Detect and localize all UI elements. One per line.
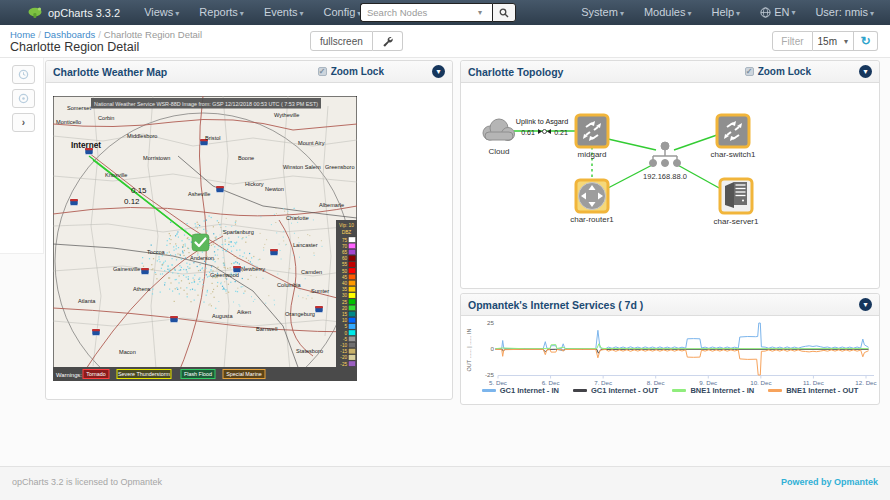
dashboard-actions: fullscreen — [310, 31, 403, 51]
x-tick-label: 10. Dec — [750, 379, 771, 386]
map-caption: National Weather Service WSR-88D Image f… — [94, 101, 318, 107]
warnings-label: Warnings: — [56, 372, 82, 378]
link-value-label: 0.15 — [131, 186, 147, 195]
services-chart[interactable]: OUT ...... | ...... IN 250-25 5. Dec6. D… — [462, 317, 880, 387]
collapse-panel-button[interactable]: ▾ — [432, 65, 445, 78]
scale-color-block — [349, 355, 356, 360]
history-button[interactable] — [12, 65, 35, 84]
uplink-out-value: 0.21 — [554, 129, 568, 136]
menu-help[interactable]: Help▾ — [701, 0, 750, 26]
node-label: char-router1 — [570, 215, 614, 224]
y-axis-labels: 250-25 — [485, 319, 495, 378]
legend-item[interactable]: BNE1 Internet - IN — [672, 386, 754, 395]
checkbox-checked-icon[interactable]: ✓ — [318, 67, 327, 76]
search-input[interactable] — [360, 3, 492, 22]
scale-value-label: -15 — [340, 349, 347, 354]
scale-color-block — [349, 280, 356, 285]
menu-events[interactable]: Events▾ — [254, 0, 314, 26]
scale-color-block — [349, 324, 356, 329]
map-city-label: Corbin — [98, 115, 114, 121]
map-city-label: Albemarle — [319, 202, 344, 208]
edit-dashboard-button[interactable] — [373, 31, 403, 51]
map-city-label: Gainesville — [113, 266, 140, 272]
menu-modules[interactable]: Modules▾ — [634, 0, 702, 26]
scale-value-label: 75 — [342, 238, 348, 243]
scale-color-block — [349, 305, 356, 310]
clock-icon — [18, 93, 29, 104]
collapse-panel-button[interactable]: ▾ — [859, 298, 872, 311]
scale-value-label: 15 — [342, 312, 348, 317]
weather-panel-header: Charlotte Weather Map ✓Zoom Lock ▾ — [46, 61, 452, 83]
page-title: Charlotte Region Detail — [10, 40, 139, 54]
filter-controls: Filter 15m▾ ↻ — [772, 31, 878, 51]
checkbox-checked-icon[interactable]: ✓ — [745, 67, 754, 76]
timeline-button[interactable] — [12, 89, 35, 108]
zoom-lock-toggle[interactable]: ✓Zoom Lock — [745, 66, 811, 77]
topology-canvas[interactable]: Uplink to Asgard 0.61 0.21 Cloud — [462, 84, 880, 289]
search-icon — [499, 8, 509, 18]
node-midgard[interactable]: midgard — [576, 115, 608, 159]
scale-value-label: -10 — [340, 343, 347, 348]
legend-item[interactable]: GC1 Internet - OUT — [573, 386, 659, 395]
menu-user[interactable]: User: nmis▾ — [805, 0, 884, 26]
expand-sidebar-button[interactable]: › — [12, 113, 35, 132]
chart-series — [495, 323, 868, 375]
powered-by-link[interactable]: Powered by Opmantek — [781, 477, 878, 487]
menu-reports[interactable]: Reports▾ — [189, 0, 254, 26]
fullscreen-button[interactable]: fullscreen — [310, 31, 373, 51]
scale-value-label: 5 — [344, 324, 347, 329]
legend-swatch — [573, 389, 587, 392]
map-city-label: Asheville — [188, 191, 210, 197]
menu-language[interactable]: EN▾ — [750, 0, 805, 25]
collapse-panel-button[interactable]: ▾ — [859, 65, 872, 78]
globe-icon — [760, 7, 771, 18]
map-city-label: Boone — [238, 155, 254, 161]
menu-views[interactable]: Views▾ — [134, 0, 189, 26]
search-button[interactable] — [492, 3, 516, 22]
weather-map-image[interactable]: SomersetMonticelloCorbinMiddlesboroBrist… — [53, 96, 357, 381]
panel-title: Charlotte Topology — [468, 66, 563, 78]
weather-map-panel: Charlotte Weather Map ✓Zoom Lock ▾ — [45, 60, 453, 400]
node-char-server1[interactable]: char-server1 — [714, 179, 759, 226]
scale-header: Vip: 10 — [339, 223, 354, 228]
node-label: Cloud — [489, 147, 510, 156]
nav-left-menus: Views▾ Reports▾ Events▾ Config▾ — [134, 0, 371, 26]
map-city-label: Winston Salem — [283, 164, 321, 170]
breadcrumb-home-link[interactable]: Home — [10, 29, 35, 40]
scale-color-block — [349, 318, 356, 323]
chevron-down-icon: ▾ — [240, 9, 244, 18]
map-city-label: Somerset — [67, 105, 91, 111]
panel-title: Opmantek's Internet Services ( 7d ) — [468, 299, 643, 311]
map-status-marker[interactable] — [192, 234, 209, 251]
license-text: opCharts 3.2 is licensed to Opmantek — [12, 477, 162, 487]
menu-system[interactable]: System▾ — [571, 0, 634, 26]
scale-value-label: 20 — [342, 306, 348, 311]
scale-value-label: 70 — [342, 244, 348, 249]
node-cloud[interactable]: Cloud — [483, 119, 515, 156]
interval-select[interactable]: 15m▾ — [813, 31, 854, 51]
map-city-label: Charlotte — [286, 215, 309, 221]
node-char-switch1[interactable]: char-switch1 — [711, 115, 756, 159]
interstate-shield-icon — [92, 329, 100, 331]
refresh-button[interactable]: ↻ — [854, 31, 878, 51]
breadcrumb: Home/Dashboards/Charlotte Region Detail — [10, 29, 202, 40]
page-header-bar: Home/Dashboards/Charlotte Region Detail … — [0, 25, 890, 58]
brand[interactable]: opCharts 3.3.2 — [28, 6, 120, 19]
warning-type-label: Severe Thunderstorm — [118, 371, 171, 377]
x-tick-label: 7. Dec — [594, 379, 612, 386]
map-city-label: Macon — [119, 349, 136, 355]
node-label: char-server1 — [714, 217, 759, 226]
scale-value-label: 55 — [342, 262, 348, 267]
page-footer: opCharts 3.2 is licensed to Opmantek Pow… — [0, 466, 890, 500]
node-char-router1[interactable]: char-router1 — [570, 180, 614, 224]
legend-item[interactable]: BNE1 Internet - OUT — [768, 386, 858, 395]
map-city-label: Greensboro — [325, 164, 355, 170]
scale-value-label: -25 — [340, 362, 347, 367]
scale-color-block — [349, 342, 356, 347]
legend-item[interactable]: GC1 Internet - IN — [482, 386, 559, 395]
zoom-lock-toggle[interactable]: ✓Zoom Lock — [318, 66, 384, 77]
breadcrumb-current: Charlotte Region Detail — [104, 29, 202, 40]
map-city-label: Statesboro — [296, 348, 323, 354]
chevron-down-icon: ▾ — [791, 0, 795, 25]
breadcrumb-dashboards-link[interactable]: Dashboards — [44, 29, 95, 40]
